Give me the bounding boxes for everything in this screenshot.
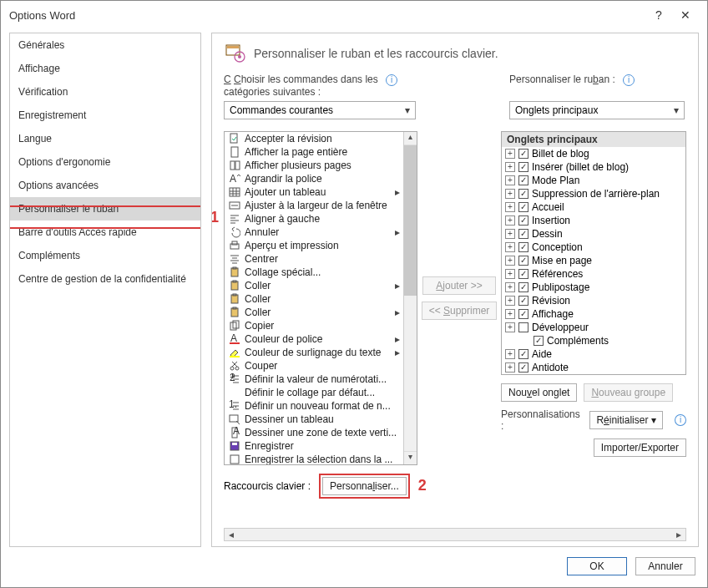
tree-item[interactable]: +✓Billet de blog [502, 147, 685, 160]
command-item[interactable]: Aperçu et impression [225, 239, 403, 252]
help-icon[interactable]: ? [645, 8, 672, 22]
command-item[interactable]: ADessiner une zone de texte verti... [225, 426, 403, 439]
tree-item[interactable]: +✓Mise en page [502, 254, 685, 267]
expand-icon[interactable]: + [505, 362, 515, 373]
scroll-down-icon[interactable]: ▾ [404, 451, 417, 464]
ribbon-target-combo[interactable]: Onglets principaux ▾ [509, 101, 685, 119]
checkbox[interactable]: ✓ [518, 269, 528, 279]
tree-item[interactable]: +✓Révision [502, 294, 685, 307]
expand-icon[interactable]: + [505, 189, 515, 199]
command-item[interactable]: Coller▸ [225, 306, 403, 319]
checkbox[interactable]: ✓ [518, 256, 528, 266]
checkbox[interactable]: ✓ [534, 336, 544, 346]
scrollbar-vertical[interactable]: ▴ ▾ [403, 132, 417, 464]
tree-item[interactable]: +✓Accueil [502, 200, 685, 214]
command-item[interactable]: Afficher la page entière [225, 145, 403, 159]
checkbox[interactable]: ✓ [518, 296, 528, 306]
tree-item[interactable]: +✓Compléments [502, 334, 685, 347]
expand-icon[interactable]: + [505, 202, 515, 212]
sidebar-item-trust-center[interactable]: Centre de gestion de la confidentialité [10, 267, 200, 291]
command-item[interactable]: Ajouter un tableau▸ [225, 185, 403, 199]
command-item[interactable]: 12Définir la valeur de numérotati... [225, 373, 403, 386]
command-item[interactable]: Aligner à gauche [225, 212, 403, 226]
sidebar-item-display[interactable]: Affichage [10, 57, 200, 80]
command-item[interactable]: AAgrandir la police [225, 172, 403, 185]
scroll-right-icon[interactable]: ▸ [672, 529, 685, 540]
expand-icon[interactable]: + [505, 242, 515, 252]
checkbox[interactable]: ✓ [518, 189, 528, 199]
info-icon[interactable]: i [675, 414, 686, 426]
command-item[interactable]: 1.Définir un nouveau format de n... [225, 399, 403, 413]
sidebar-item-addins[interactable]: Compléments [10, 244, 200, 267]
command-item[interactable]: Centrer [225, 252, 403, 266]
command-item[interactable]: Accepter la révision [225, 132, 403, 145]
commands-list[interactable]: Accepter la révisionAfficher la page ent… [224, 131, 417, 465]
cancel-button[interactable]: Annuler [635, 557, 695, 575]
tree-item[interactable]: +✓Références [502, 267, 685, 281]
tree-item[interactable]: +✓Insérer (billet de blog) [502, 160, 685, 174]
ok-button[interactable]: OK [567, 557, 627, 575]
command-item[interactable]: ACouleur de police▸ [225, 332, 403, 346]
expand-icon[interactable]: + [505, 269, 515, 279]
sidebar-item-advanced[interactable]: Options avancées [10, 174, 200, 197]
commands-category-combo[interactable]: Commandes courantes ▾ [224, 101, 416, 119]
sidebar-item-proofing[interactable]: Vérification [10, 80, 200, 104]
info-icon[interactable]: i [386, 74, 397, 86]
checkbox[interactable]: ✓ [518, 162, 528, 172]
tree-item[interactable]: +✓Affichage [502, 307, 685, 321]
close-icon[interactable]: ✕ [672, 8, 699, 22]
checkbox[interactable]: ✓ [518, 242, 528, 252]
tree-item[interactable]: +✓Mode Plan [502, 174, 685, 187]
command-item[interactable]: Collage spécial... [225, 266, 403, 279]
tree-item[interactable]: +✓Conception [502, 241, 685, 254]
sidebar-item-accessibility[interactable]: Options d'ergonomie [10, 150, 200, 174]
expand-icon[interactable]: + [505, 282, 515, 292]
checkbox[interactable]: ✓ [518, 202, 528, 212]
tree-item[interactable]: +✓Insertion [502, 214, 685, 227]
expand-icon[interactable]: + [505, 215, 515, 226]
ribbon-tabs-tree[interactable]: Onglets principaux +✓Billet de blog+✓Ins… [501, 131, 686, 375]
expand-icon[interactable]: + [505, 322, 515, 332]
sidebar-item-general[interactable]: Générales [10, 33, 200, 57]
command-item[interactable]: Couleur de surlignage du texte▸ [225, 346, 403, 359]
tree-item[interactable]: +Développeur [502, 321, 685, 334]
expand-icon[interactable]: + [505, 229, 515, 239]
checkbox[interactable]: ✓ [518, 349, 528, 359]
sidebar-item-quick-access[interactable]: Barre d'outils Accès rapide [10, 220, 200, 244]
info-icon[interactable]: i [623, 74, 635, 86]
expand-icon[interactable]: + [505, 309, 515, 319]
command-item[interactable]: Dessiner un tableau [225, 413, 403, 426]
checkbox[interactable] [518, 322, 528, 332]
checkbox[interactable]: ✓ [518, 229, 528, 239]
checkbox[interactable]: ✓ [518, 175, 528, 185]
expand-icon[interactable]: + [505, 175, 515, 185]
command-item[interactable]: Ajuster à la largeur de la fenêtre [225, 199, 403, 212]
tree-item[interactable]: +✓Aide [502, 347, 685, 361]
command-item[interactable]: Définir le collage par défaut... [225, 386, 403, 399]
expand-icon[interactable]: + [505, 162, 515, 172]
scrollbar-horizontal[interactable]: ◂ ▸ [224, 528, 686, 541]
expand-icon[interactable]: + [505, 349, 515, 359]
command-item[interactable]: Couper [225, 359, 403, 373]
checkbox[interactable]: ✓ [518, 149, 528, 159]
expand-icon[interactable]: + [505, 296, 515, 306]
reset-button[interactable]: Réinitialiser ▾ [589, 411, 663, 429]
command-item[interactable]: Coller▸ [225, 279, 403, 292]
customize-shortcuts-button[interactable]: Personnaliser... [322, 477, 407, 495]
command-item[interactable]: Enregistrer la sélection dans la ... [225, 453, 403, 464]
command-item[interactable]: Copier [225, 319, 403, 332]
command-item[interactable]: Afficher plusieurs pages [225, 159, 403, 172]
checkbox[interactable]: ✓ [518, 362, 528, 373]
checkbox[interactable]: ✓ [518, 309, 528, 319]
sidebar-item-save[interactable]: Enregistrement [10, 104, 200, 127]
command-item[interactable]: Enregistrer [225, 439, 403, 453]
command-item[interactable]: Annuler▸ [225, 226, 403, 239]
expand-icon[interactable]: + [505, 149, 515, 159]
tree-item[interactable]: +✓Suppression de l'arrière-plan [502, 187, 685, 200]
new-tab-button[interactable]: Nouvel onglet [501, 383, 577, 402]
checkbox[interactable]: ✓ [518, 215, 528, 226]
sidebar-item-customize-ribbon[interactable]: Personnaliser le ruban [10, 197, 200, 220]
import-export-button[interactable]: Importer/Exporter [594, 438, 686, 457]
tree-item[interactable]: +✓Antidote [502, 361, 685, 374]
tree-item[interactable]: +✓Dessin [502, 227, 685, 241]
